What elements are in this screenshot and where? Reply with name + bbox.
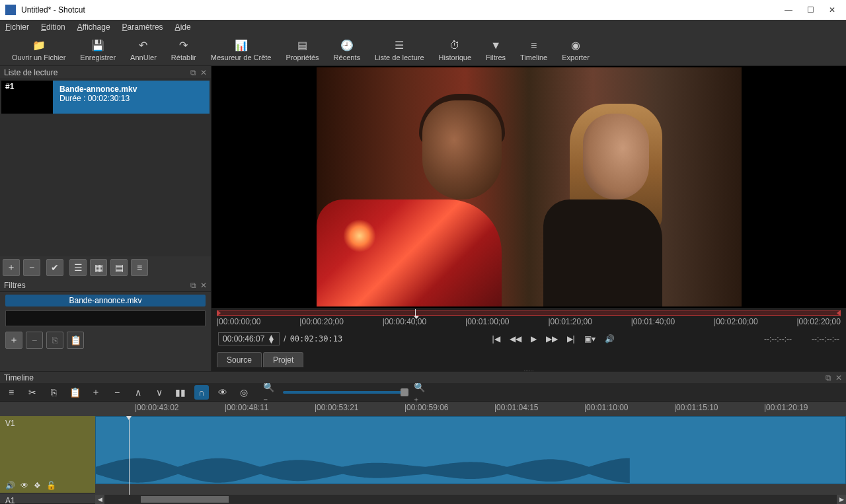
menu-edit[interactable]: Editiondocument.currentScript.previousEl…	[41, 22, 65, 32]
current-timecode[interactable]: 00:00:46:07 ▲▼	[218, 332, 280, 345]
playlist-check-button[interactable]: ✔	[46, 259, 63, 276]
app-logo-icon	[5, 5, 16, 15]
maximize-button[interactable]: ☐	[807, 5, 814, 15]
timeline-clip-area[interactable]	[95, 416, 846, 495]
lock-icon[interactable]: 🔓	[46, 481, 56, 490]
tl-split-button[interactable]: ▮▮	[173, 385, 188, 400]
filter-add-button[interactable]: ＋	[5, 332, 22, 349]
history-button[interactable]: ⏱Historique	[432, 36, 479, 64]
tl-overwrite-button[interactable]: ∨	[152, 385, 167, 400]
preview-tick: |00:00:00;00	[217, 317, 261, 329]
preview-tick: |00:01:40;00	[631, 317, 675, 329]
fast-forward-button[interactable]: ▶▶	[546, 334, 558, 343]
tl-paste-button[interactable]: 📋	[67, 385, 82, 400]
scroll-left-button[interactable]: ◀	[95, 495, 104, 504]
track-v1-label: V1	[5, 419, 90, 428]
tab-project[interactable]: Projet	[263, 352, 303, 367]
tl-zoom-slider[interactable]	[283, 391, 408, 394]
tl-zoom-in-button[interactable]: 🔍₊	[414, 385, 428, 400]
filter-copy-button[interactable]: ⎘	[46, 332, 63, 349]
tl-menu-button[interactable]: ≡	[4, 385, 19, 400]
undock-icon[interactable]: ⧉	[190, 68, 196, 77]
playlist-remove-button[interactable]: −	[23, 259, 40, 276]
playlist-grid-view-button[interactable]: ▦	[90, 259, 107, 276]
track-header-a1[interactable]: A1	[0, 493, 95, 504]
scroll-right-button[interactable]: ▶	[837, 495, 846, 504]
playlist-button[interactable]: ☰Liste de lecture	[368, 36, 431, 64]
save-icon: 💾	[91, 39, 104, 52]
filter-remove-button[interactable]: −	[26, 332, 43, 349]
timeline-title-label: Timeline	[4, 373, 34, 382]
preview-ruler[interactable]: |00:00:00;00|00:00:20;00|00:00:40;00|00:…	[217, 310, 841, 329]
volume-button[interactable]: 🔊	[605, 334, 615, 343]
save-button[interactable]: 💾Enregistrer	[73, 36, 122, 64]
open-file-button[interactable]: 📁Ouvrir un Fichier	[5, 36, 72, 64]
close-timeline-icon[interactable]: ✕	[835, 373, 842, 382]
preview-tick: |00:02:00;00	[714, 317, 758, 329]
menu-view[interactable]: Affichagedocument.currentScript.previous…	[77, 22, 110, 32]
peak-meter-button[interactable]: 📊Mesureur de Crête	[204, 36, 278, 64]
tl-lift-button[interactable]: ∧	[131, 385, 145, 400]
minimize-button[interactable]: —	[785, 5, 792, 15]
playlist-menu-button[interactable]: ≡	[131, 259, 148, 276]
playlist-details-view-button[interactable]: ▤	[110, 259, 128, 276]
hide-icon[interactable]: 👁	[20, 481, 28, 490]
filters-list[interactable]	[5, 310, 206, 326]
timeline-button[interactable]: ≡Timeline	[514, 36, 554, 64]
video-preview[interactable]	[212, 66, 846, 308]
menu-settings[interactable]: Paramètresdocument.currentScript.previou…	[122, 22, 163, 32]
history-icon: ⏱	[449, 39, 460, 52]
tl-ripple-button[interactable]: ◎	[237, 385, 251, 400]
filter-paste-button[interactable]: 📋	[67, 332, 84, 349]
tl-zoom-out-button[interactable]: 🔍₋	[263, 385, 278, 400]
properties-button[interactable]: ▤Propriétés	[279, 36, 325, 64]
close-filters-icon[interactable]: ✕	[200, 281, 207, 290]
menu-help[interactable]: Aidedocument.currentScript.previousEleme…	[175, 22, 191, 32]
scroll-thumb[interactable]	[141, 496, 229, 503]
undock-timeline-icon[interactable]: ⧉	[826, 373, 831, 382]
composite-icon[interactable]: ❖	[34, 481, 41, 490]
undock-filters-icon[interactable]: ⧉	[190, 281, 196, 290]
main-toolbar: 📁Ouvrir un Fichier 💾Enregistrer ↶AnnUler…	[0, 34, 846, 66]
play-button[interactable]: ▶	[531, 334, 537, 343]
zoom-dropdown[interactable]: ▣▾	[584, 334, 596, 343]
redo-button[interactable]: ↷Rétablir	[165, 36, 203, 64]
timeline-clip[interactable]	[95, 416, 846, 484]
tl-append-button[interactable]: ＋	[89, 385, 103, 400]
playlist-title-label: Liste de lecture	[4, 68, 58, 77]
timecode-spinner[interactable]: ▲▼	[267, 335, 275, 343]
playlist-item[interactable]: #1 Bande-annonce.mkv Durée : 00:02:30:13	[1, 81, 210, 114]
tl-scrub-button[interactable]: 👁	[215, 385, 230, 400]
timeline-scrollbar[interactable]: ◀ ▶	[95, 495, 846, 504]
playlist-area[interactable]: #1 Bande-annonce.mkv Durée : 00:02:30:13	[0, 79, 211, 256]
menubar: Fichierdocument.currentScript.previousEl…	[0, 20, 846, 34]
recent-button[interactable]: 🕘Récents	[327, 36, 367, 64]
playlist-add-button[interactable]: ＋	[3, 259, 20, 276]
timeline-ruler[interactable]: |00:00:43:02|00:00:48:11|00:00:53:21|00:…	[95, 402, 846, 416]
filters-button[interactable]: ▼Filtres	[479, 36, 512, 64]
tl-remove-button[interactable]: −	[110, 385, 124, 400]
skip-start-button[interactable]: |◀	[492, 334, 500, 343]
in-timecode: --:--:--:--	[764, 334, 792, 343]
mute-icon[interactable]: 🔊	[5, 481, 15, 490]
undo-button[interactable]: ↶AnnUler	[124, 36, 163, 64]
close-panel-icon[interactable]: ✕	[200, 68, 207, 77]
rewind-button[interactable]: ◀◀	[510, 334, 521, 343]
tl-cut-button[interactable]: ✂	[25, 385, 40, 400]
timeline-playhead[interactable]	[129, 416, 130, 495]
menu-file[interactable]: Fichierdocument.currentScript.previousEl…	[5, 22, 29, 32]
export-button[interactable]: ◉Exporter	[555, 36, 596, 64]
out-marker-icon[interactable]	[837, 310, 841, 316]
playlist-list-view-button[interactable]: ☰	[69, 259, 87, 276]
tl-snap-button[interactable]: ∩	[194, 385, 209, 400]
tab-source[interactable]: Source	[217, 352, 262, 367]
skip-end-button[interactable]: ▶|	[567, 334, 575, 343]
undo-icon: ↶	[139, 39, 147, 52]
close-button[interactable]: ✕	[829, 5, 835, 15]
timeline-tick: |00:01:20:19	[764, 403, 808, 412]
timeline-tick: |00:00:48:11	[225, 403, 269, 412]
filter-clip-name[interactable]: Bande-annonce.mkv	[5, 295, 206, 306]
tl-copy-button[interactable]: ⎘	[46, 385, 61, 400]
track-header-v1[interactable]: V1 🔊 👁 ❖ 🔓	[0, 416, 95, 493]
in-marker-icon[interactable]	[217, 310, 221, 316]
